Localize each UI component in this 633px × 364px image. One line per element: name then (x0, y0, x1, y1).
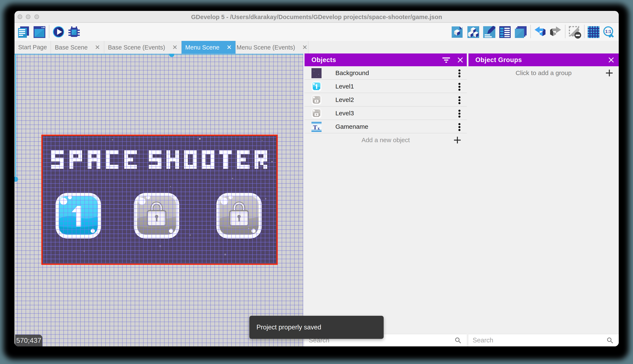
svg-text:x: x (318, 126, 320, 131)
svg-text:1:1: 1:1 (605, 29, 611, 34)
svg-text:T: T (313, 124, 317, 131)
